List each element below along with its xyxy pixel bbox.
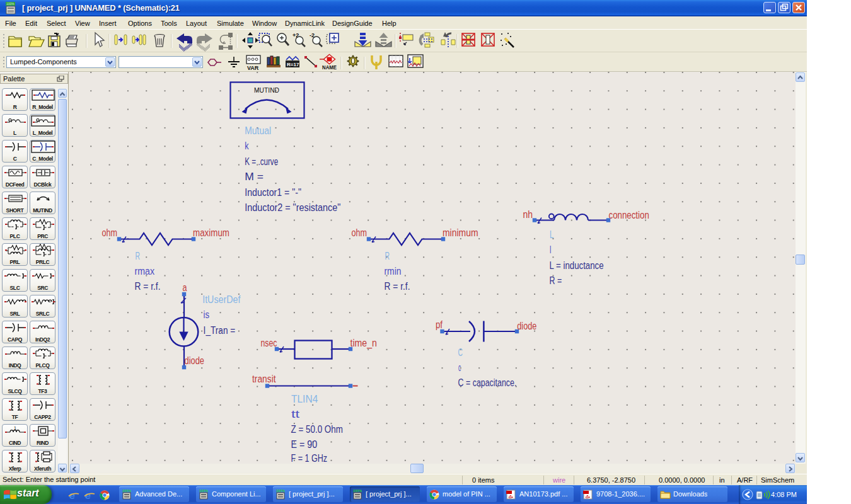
svg-text:diode: diode — [185, 354, 205, 367]
svg-text:nsec: nsec — [261, 336, 277, 349]
svg-text:Z = 50.0 Ohm: Z = 50.0 Ohm — [291, 423, 343, 435]
svg-text:100%: 100% — [276, 489, 285, 493]
svg-text:R=17: R=17 — [287, 62, 299, 67]
svg-text:MUTIND: MUTIND — [254, 86, 279, 94]
svg-text:connection: connection — [609, 209, 649, 221]
svg-text:100%: 100% — [353, 489, 362, 493]
svg-text:ohm: ohm — [352, 226, 368, 239]
svg-text:Inductor1 = "-": Inductor1 = "-" — [245, 186, 301, 198]
svg-text:R =: R = — [550, 274, 562, 287]
svg-text:100%: 100% — [199, 489, 208, 493]
svg-text:a: a — [183, 281, 187, 294]
svg-text:is: is — [204, 308, 210, 321]
svg-text:L: L — [550, 228, 553, 241]
svg-text:NAME: NAME — [322, 64, 337, 71]
svg-text:I_Tran =: I_Tran = — [204, 324, 236, 336]
svg-text:ItUserDef: ItUserDef — [202, 293, 240, 306]
svg-text:100%: 100% — [122, 489, 131, 493]
svg-text:100%: 100% — [6, 2, 14, 6]
svg-text:K = .curve: K = .curve — [245, 155, 278, 168]
svg-text:maximum: maximum — [193, 226, 229, 239]
svg-text:pf: pf — [436, 318, 443, 331]
svg-text:Inductor2 = "resistance": Inductor2 = "resistance" — [245, 201, 340, 214]
svg-text:L = inductance: L = inductance — [550, 259, 604, 272]
svg-text:M =: M = — [245, 170, 263, 183]
svg-text:C: C — [458, 346, 463, 358]
svg-text:transit: transit — [252, 372, 276, 385]
svg-text:diode: diode — [517, 319, 536, 332]
svg-text:k: k — [245, 139, 249, 152]
svg-text:1: 1 — [14, 426, 16, 430]
svg-text:VAR: VAR — [247, 65, 259, 71]
svg-text:R = r.f.: R = r.f. — [385, 280, 410, 292]
svg-text:time_n: time_n — [350, 336, 377, 349]
svg-text:R = r.f.: R = r.f. — [135, 280, 161, 292]
svg-text:C = capacitance.: C = capacitance. — [458, 376, 517, 389]
svg-text:minimum: minimum — [443, 226, 478, 239]
svg-text:rmin: rmin — [385, 265, 402, 277]
svg-text:tt: tt — [291, 408, 299, 420]
svg-text:nh: nh — [523, 208, 533, 220]
svg-text:c: c — [458, 361, 461, 374]
svg-text:E = 90: E = 90 — [291, 438, 318, 450]
svg-text:rmax: rmax — [135, 265, 155, 277]
svg-text:R: R — [136, 249, 141, 262]
svg-text:l: l — [550, 243, 551, 256]
svg-text:ohm: ohm — [102, 226, 118, 239]
svg-text:R: R — [385, 249, 390, 262]
svg-text:Mutual: Mutual — [245, 124, 271, 137]
svg-text:F = 1 GHz: F = 1 GHz — [291, 452, 328, 464]
svg-text:TLIN4: TLIN4 — [291, 392, 318, 405]
